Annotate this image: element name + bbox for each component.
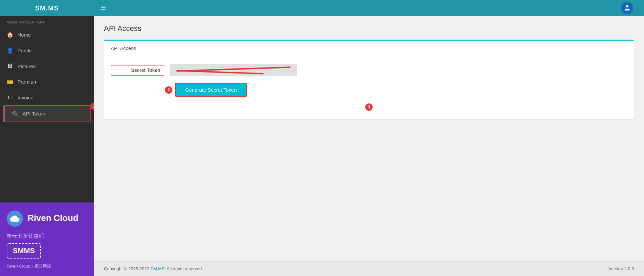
pictures-icon: 🖼	[7, 63, 13, 69]
nav-label: MAIN NAVIGATION	[0, 16, 94, 27]
badge-3: 3	[365, 103, 373, 111]
content-area: API Access API Access Secret Token	[94, 16, 644, 261]
premium-icon: 💳	[7, 79, 13, 85]
api-token-box: 🔌 API Token	[3, 105, 91, 122]
sidebar-label-pictures: Pictures	[17, 63, 87, 69]
sidebar-item-profile[interactable]: 👤 Profile	[0, 43, 94, 58]
badge-1: 1	[91, 102, 94, 110]
menu-icon[interactable]: ☰	[94, 4, 113, 12]
invoice-icon: 🏷	[7, 94, 13, 100]
main-layout: MAIN NAVIGATION 🏠 Home 👤 Profile 🖼 Pictu…	[0, 16, 644, 276]
secret-token-input[interactable]	[170, 64, 297, 76]
card-body: Secret Token 2 Generate Secret Token	[104, 56, 634, 119]
sidebar-label-home: Home	[17, 32, 87, 38]
footer-brand-link[interactable]: SM.MS	[150, 266, 165, 271]
sidebar-item-home[interactable]: 🏠 Home	[0, 27, 94, 43]
promo-bottom-text: Riven Cloud - 极云网络	[7, 263, 87, 269]
secret-token-row: Secret Token	[111, 64, 627, 76]
promo-code-box: SMMS	[7, 243, 41, 259]
promo-overlay: Riven Cloud 极云五折优惠码 SMMS Riven Cloud - 极…	[0, 202, 94, 276]
sidebar-item-api-token[interactable]: 🔌 API Token	[4, 106, 90, 122]
promo-title: Riven Cloud	[28, 213, 78, 223]
generate-btn-row: 2 Generate Secret Token	[170, 83, 627, 97]
logo: SM.MS	[0, 0, 94, 16]
promo-subtitle: 极云五折优惠码	[7, 233, 87, 240]
promo-code: SMMS	[13, 246, 35, 255]
api-token-icon: 🔌	[12, 110, 18, 117]
sidebar-item-pictures[interactable]: 🖼 Pictures	[0, 58, 94, 74]
generate-secret-token-button[interactable]: Generate Secret Token	[175, 83, 247, 97]
api-access-card: API Access Secret Token	[104, 40, 634, 119]
sidebar-label-api-token: API Token	[22, 111, 83, 117]
sidebar: MAIN NAVIGATION 🏠 Home 👤 Profile 🖼 Pictu…	[0, 16, 94, 276]
avatar[interactable]	[621, 2, 633, 14]
promo-cloud-icon	[7, 211, 23, 227]
sidebar-item-invoice[interactable]: 🏷 Invoice	[0, 90, 94, 105]
footer-version: Version 2.0.3	[608, 266, 634, 271]
sidebar-label-invoice: Invoice	[17, 95, 87, 100]
card-header: API Access	[104, 41, 634, 56]
profile-icon: 👤	[7, 47, 13, 54]
sidebar-label-premium: Premium	[17, 79, 87, 85]
footer: Copyright © 2015-2020 SM.MS. All rights …	[94, 261, 644, 276]
top-bar: SM.MS ☰	[0, 0, 644, 16]
badge-2: 2	[165, 86, 172, 94]
secret-token-label: Secret Token	[111, 65, 164, 76]
copyright-text: Copyright © 2015-2020	[104, 266, 150, 271]
rights-text: . All rights reserved.	[165, 266, 203, 271]
badge-3-area: 3	[111, 103, 627, 111]
home-icon: 🏠	[7, 32, 13, 38]
main-content: API Access API Access Secret Token	[94, 16, 644, 276]
footer-copyright: Copyright © 2015-2020 SM.MS. All rights …	[104, 266, 203, 271]
sidebar-label-profile: Profile	[17, 48, 87, 53]
app-wrapper: SM.MS ☰ MAIN NAVIGATION 🏠 Home 👤 Profile…	[0, 0, 644, 276]
api-token-wrapper: 🔌 API Token 1	[0, 105, 94, 122]
page-title: API Access	[104, 24, 634, 33]
sidebar-item-premium[interactable]: 💳 Premium	[0, 74, 94, 90]
